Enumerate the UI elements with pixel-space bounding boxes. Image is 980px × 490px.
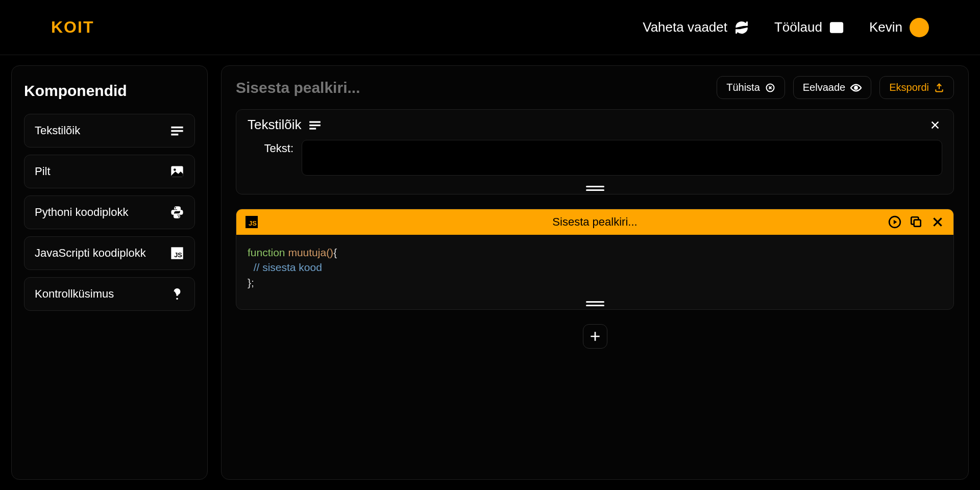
cancel-label: Tühista bbox=[726, 82, 760, 93]
svg-rect-3 bbox=[171, 134, 178, 136]
component-javascript[interactable]: JavaScripti koodiplokk JS bbox=[24, 236, 195, 270]
js-badge-icon: JS bbox=[246, 216, 258, 228]
component-label: Tekstilõik bbox=[35, 124, 80, 137]
switch-view-label: Vaheta vaadet bbox=[643, 19, 727, 35]
close-icon[interactable] bbox=[931, 215, 944, 229]
text-block-header: Tekstilõik bbox=[236, 110, 953, 140]
copy-icon[interactable] bbox=[910, 215, 923, 229]
svg-rect-14 bbox=[310, 124, 321, 126]
js-icon: JS bbox=[170, 246, 184, 260]
close-icon[interactable] bbox=[928, 118, 942, 132]
switch-view-button[interactable]: Vaheta vaadet bbox=[643, 19, 749, 35]
component-label: Pilt bbox=[35, 165, 51, 178]
export-button[interactable]: Ekspordi bbox=[879, 76, 954, 99]
text-field-input[interactable] bbox=[302, 140, 942, 176]
svg-point-7 bbox=[178, 216, 179, 217]
drag-handle-icon bbox=[586, 301, 604, 306]
username: Kevin bbox=[869, 19, 902, 35]
code-brace: { bbox=[333, 247, 337, 258]
content-actions: Tühista Eelvaade Ekspordi bbox=[717, 76, 954, 99]
code-block: JS function muutuja(){ // sisesta ko bbox=[236, 209, 954, 310]
components-sidebar: Komponendid Tekstilõik Pilt Pythoni kood… bbox=[11, 65, 208, 480]
code-fn-name: muutuja bbox=[288, 247, 326, 258]
eye-icon bbox=[850, 82, 862, 93]
python-icon bbox=[170, 205, 184, 219]
code-keyword: function bbox=[248, 247, 285, 258]
editor-content: Tühista Eelvaade Ekspordi bbox=[221, 65, 969, 480]
export-label: Ekspordi bbox=[889, 82, 929, 93]
cancel-icon bbox=[765, 83, 775, 93]
question-icon bbox=[170, 287, 184, 301]
app-header: KOIT Vaheta vaadet Töölaud Kevin bbox=[0, 0, 980, 55]
component-label: JavaScripti koodiplokk bbox=[35, 247, 146, 260]
svg-rect-17 bbox=[914, 220, 921, 227]
dashboard-button[interactable]: Töölaud bbox=[774, 19, 844, 35]
page-title-input[interactable] bbox=[236, 79, 491, 96]
code-paren: () bbox=[326, 247, 333, 258]
svg-rect-0 bbox=[830, 22, 842, 32]
refresh-icon bbox=[734, 20, 749, 35]
preview-label: Eelvaade bbox=[803, 82, 845, 93]
code-close: }; bbox=[248, 277, 254, 288]
text-lines-icon bbox=[308, 118, 322, 132]
upload-icon bbox=[934, 83, 944, 93]
svg-rect-15 bbox=[310, 128, 316, 129]
plus-icon bbox=[589, 330, 602, 343]
component-label: Pythoni koodiplokk bbox=[35, 206, 128, 219]
avatar bbox=[910, 18, 929, 37]
text-lines-icon bbox=[170, 124, 184, 138]
component-label: Kontrollküsimus bbox=[35, 287, 114, 301]
code-block-header: JS bbox=[236, 209, 953, 235]
code-comment: // sisesta kood bbox=[254, 261, 322, 273]
add-block-button[interactable] bbox=[583, 324, 607, 349]
text-block-title: Tekstilõik bbox=[248, 117, 301, 133]
code-title-input[interactable] bbox=[493, 215, 697, 229]
header-actions: Vaheta vaadet Töölaud Kevin bbox=[643, 18, 929, 37]
component-image[interactable]: Pilt bbox=[24, 155, 195, 188]
drag-handle[interactable] bbox=[236, 181, 953, 194]
play-icon[interactable] bbox=[888, 215, 901, 229]
image-icon bbox=[170, 164, 184, 179]
svg-point-12 bbox=[854, 86, 857, 89]
svg-rect-1 bbox=[171, 127, 183, 129]
svg-point-5 bbox=[174, 168, 176, 171]
svg-text:JS: JS bbox=[174, 251, 182, 259]
text-field-label: Tekst: bbox=[257, 140, 293, 176]
svg-rect-2 bbox=[171, 130, 183, 132]
user-menu[interactable]: Kevin bbox=[869, 18, 929, 37]
drag-handle-icon bbox=[586, 186, 604, 191]
component-question[interactable]: Kontrollküsimus bbox=[24, 277, 195, 311]
dashboard-label: Töölaud bbox=[774, 19, 822, 35]
preview-button[interactable]: Eelvaade bbox=[793, 76, 871, 99]
svg-rect-13 bbox=[310, 121, 321, 122]
logo: KOIT bbox=[51, 18, 94, 37]
component-python[interactable]: Pythoni koodiplokk bbox=[24, 195, 195, 229]
code-editor[interactable]: function muutuja(){ // sisesta kood }; bbox=[236, 235, 953, 296]
cancel-button[interactable]: Tühista bbox=[717, 76, 785, 99]
window-icon bbox=[829, 20, 844, 35]
content-header: Tühista Eelvaade Ekspordi bbox=[236, 74, 954, 109]
drag-handle[interactable] bbox=[236, 296, 953, 309]
sidebar-title: Komponendid bbox=[24, 82, 195, 100]
main-layout: Komponendid Tekstilõik Pilt Pythoni kood… bbox=[0, 55, 980, 490]
svg-point-10 bbox=[176, 298, 178, 300]
svg-point-6 bbox=[175, 207, 176, 208]
text-block: Tekstilõik Tekst: bbox=[236, 109, 954, 194]
component-text[interactable]: Tekstilõik bbox=[24, 114, 195, 148]
